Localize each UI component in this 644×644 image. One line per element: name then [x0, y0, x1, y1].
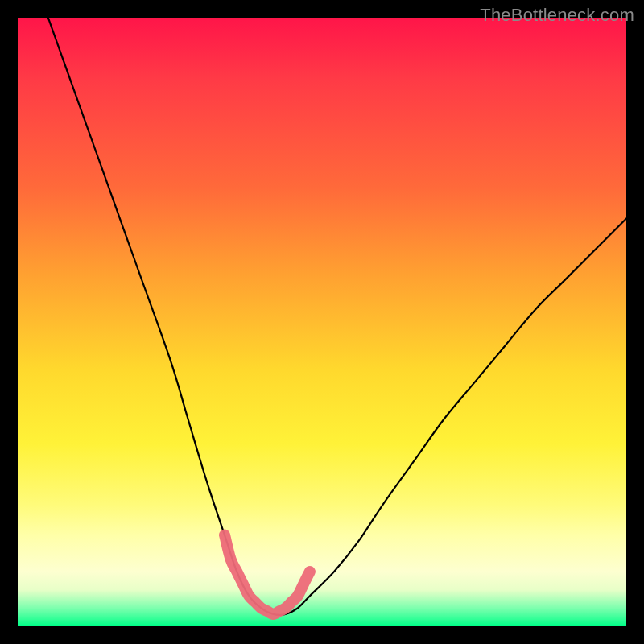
- plot-area: [18, 18, 626, 626]
- valley-highlight: [225, 535, 310, 614]
- curve-svg: [18, 18, 626, 626]
- chart-frame: TheBottleneck.com: [0, 0, 644, 644]
- bottleneck-curve: [48, 18, 626, 615]
- watermark-text: TheBottleneck.com: [480, 5, 634, 26]
